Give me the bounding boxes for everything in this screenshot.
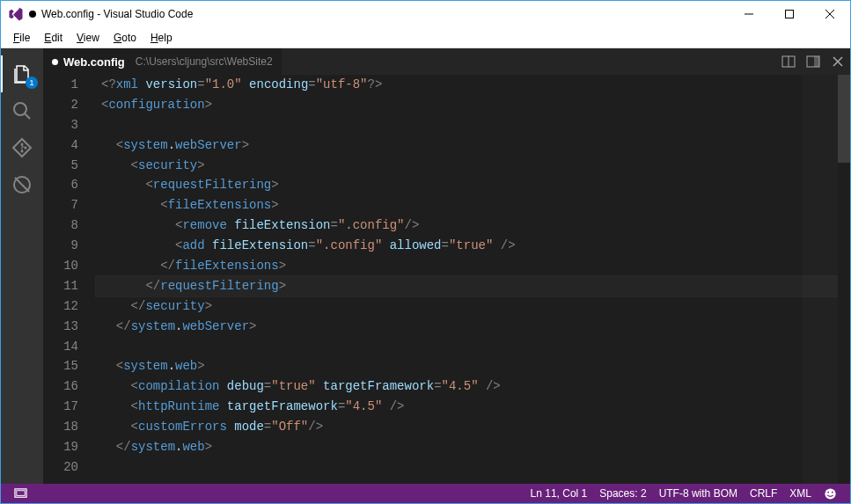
status-spaces[interactable]: Spaces: 2 — [593, 487, 652, 500]
more-actions-button[interactable] — [801, 48, 825, 75]
svg-point-11 — [825, 488, 835, 499]
svg-rect-8 — [814, 56, 819, 67]
tab-webconfig[interactable]: Web.config C:\Users\cljung\src\WebSite2 — [43, 48, 282, 75]
activity-git[interactable] — [1, 129, 43, 166]
dirty-dot-icon — [52, 59, 58, 65]
minimize-button[interactable] — [729, 1, 769, 27]
code-line[interactable]: <remove fileExtension=".config"/> — [96, 215, 850, 236]
minimap[interactable] — [803, 75, 838, 484]
activity-explorer[interactable]: 1 — [1, 55, 43, 92]
activity-search[interactable] — [1, 92, 43, 129]
statusbar: Ln 11, Col 1 Spaces: 2 UTF-8 with BOM CR… — [1, 484, 850, 503]
code-line[interactable]: <httpRuntime targetFramework="4.5" /> — [96, 397, 850, 417]
menu-help[interactable]: Help — [143, 30, 180, 46]
svg-point-13 — [832, 491, 833, 493]
close-button[interactable] — [810, 1, 850, 27]
menubar: FileEditViewGotoHelp — [1, 27, 850, 48]
code-line[interactable]: </system.webServer> — [96, 317, 850, 337]
svg-rect-10 — [17, 490, 25, 495]
tabs: Web.config C:\Users\cljung\src\WebSite2 — [43, 48, 850, 75]
explorer-badge: 1 — [26, 77, 38, 89]
code-line[interactable]: <?xml version="1.0" encoding="utf-8"?> — [96, 75, 850, 95]
code-line[interactable]: <customErrors mode="Off"/> — [96, 417, 850, 437]
code-content[interactable]: <?xml version="1.0" encoding="utf-8"?><c… — [96, 75, 850, 484]
dirty-dot-icon — [29, 11, 36, 18]
status-cursor[interactable]: Ln 11, Col 1 — [525, 487, 594, 500]
vs-logo-icon — [8, 6, 24, 22]
line-gutter: 1234567891011121314151617181920 — [43, 75, 96, 484]
code-line[interactable]: <configuration> — [96, 95, 850, 115]
code-line[interactable]: <fileExtensions> — [96, 195, 850, 215]
tab-path: C:\Users\cljung\src\WebSite2 — [136, 55, 273, 68]
maximize-button[interactable] — [769, 1, 810, 27]
menu-view[interactable]: View — [70, 30, 106, 46]
code-line[interactable]: <system.web> — [96, 356, 850, 376]
code-line[interactable]: <security> — [96, 156, 850, 176]
status-feedback-icon[interactable] — [8, 487, 33, 500]
code-line[interactable] — [96, 115, 850, 135]
code-line[interactable]: </security> — [96, 296, 850, 317]
status-encoding[interactable]: UTF-8 with BOM — [653, 487, 744, 500]
menu-file[interactable]: File — [6, 30, 37, 46]
close-all-button[interactable] — [825, 48, 850, 75]
code-line[interactable]: </system.web> — [96, 437, 850, 457]
code-line[interactable]: <add fileExtension=".config" allowed="tr… — [96, 236, 850, 256]
code-line[interactable] — [96, 457, 850, 478]
activity-debug[interactable] — [1, 166, 43, 203]
code-editor[interactable]: 1234567891011121314151617181920 <?xml ve… — [43, 75, 850, 484]
status-eol[interactable]: CRLF — [744, 487, 783, 500]
status-smiley-icon[interactable] — [818, 487, 843, 500]
code-line[interactable] — [96, 337, 850, 357]
tab-label: Web.config — [63, 55, 125, 69]
vertical-scrollbar[interactable] — [838, 75, 850, 484]
window-title: Web.config - Visual Studio Code — [41, 8, 193, 20]
code-line[interactable]: <requestFiltering> — [96, 175, 850, 195]
svg-point-12 — [827, 491, 829, 493]
activity-bar: 1 — [1, 48, 43, 484]
svg-rect-0 — [786, 11, 794, 18]
editor-area: Web.config C:\Users\cljung\src\WebSite2 … — [43, 48, 850, 484]
split-editor-button[interactable] — [776, 48, 801, 75]
titlebar: Web.config - Visual Studio Code — [1, 1, 850, 27]
status-language[interactable]: XML — [783, 487, 818, 500]
menu-goto[interactable]: Goto — [106, 30, 143, 46]
code-line[interactable]: </fileExtensions> — [96, 256, 850, 276]
code-line[interactable]: <system.webServer> — [96, 135, 850, 156]
code-line[interactable]: <compilation debug="true" targetFramewor… — [96, 376, 850, 397]
menu-edit[interactable]: Edit — [37, 30, 70, 46]
code-line[interactable]: </requestFiltering> — [96, 276, 850, 296]
svg-point-1 — [14, 103, 26, 115]
